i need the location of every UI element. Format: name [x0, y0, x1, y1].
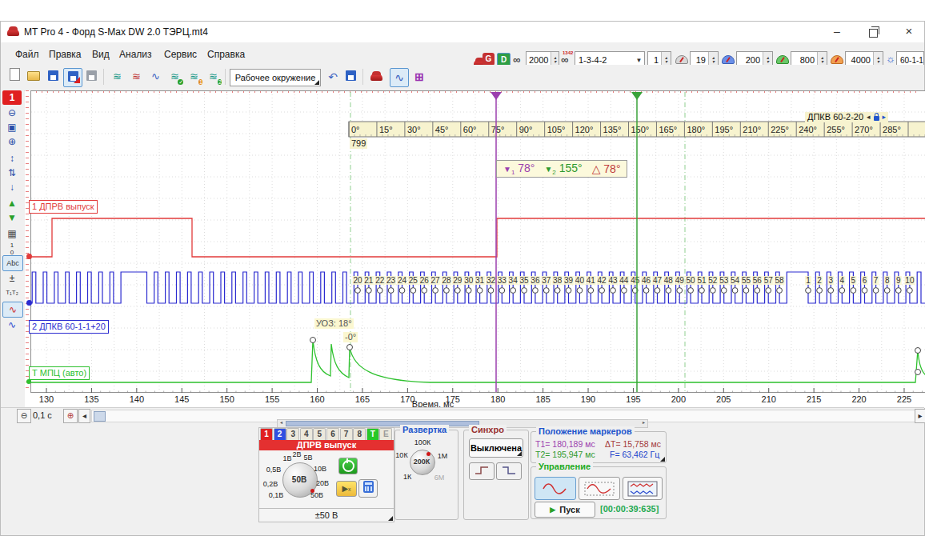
- frame-mode-button[interactable]: [579, 477, 620, 500]
- lock-icon[interactable]: [874, 116, 879, 121]
- tooth-number: 2: [817, 276, 822, 285]
- new-document-icon: [10, 68, 20, 81]
- math-button[interactable]: ±: [2, 271, 22, 286]
- x-axis-label: 215: [807, 394, 821, 404]
- undo-button[interactable]: ↶: [324, 68, 342, 86]
- panel-scroll-right-icon[interactable]: ▸: [640, 420, 647, 426]
- tooth-marker-icon: [499, 288, 505, 294]
- ruler-next-icon[interactable]: ▸: [883, 112, 887, 122]
- zoom-window-button[interactable]: ▣: [2, 120, 22, 134]
- ruler-prev-icon[interactable]: ◂: [867, 112, 871, 122]
- scope-plot[interactable]: 0°15°30°45°60°75°90°105°120°135°150°165°…: [25, 90, 925, 408]
- open-file-button[interactable]: [25, 68, 42, 86]
- tooth-number: 41: [587, 276, 596, 285]
- channel-tab-4[interactable]: 4: [300, 428, 313, 440]
- panel-scroll-left-icon[interactable]: ◂: [278, 420, 285, 426]
- tooth-number: 40: [575, 276, 585, 285]
- logic-levels-button[interactable]: 10: [2, 241, 22, 256]
- new-file-button[interactable]: [6, 68, 23, 86]
- waveform-check-icon[interactable]: ≋✓: [166, 68, 183, 86]
- workspace-combo[interactable]: Рабочее окружение: [230, 69, 321, 86]
- waveform-one-icon[interactable]: ≋1: [185, 68, 202, 86]
- rising-edge-button[interactable]: [469, 462, 495, 480]
- scope-canvas[interactable]: 0°15°30°45°60°75°90°105°120°135°150°165°…: [30, 90, 925, 408]
- panel-scroll-thumb[interactable]: [286, 421, 479, 426]
- ruler-degree-label: 180°: [687, 125, 705, 134]
- falling-edge-button[interactable]: [496, 462, 522, 480]
- channel-tab-3[interactable]: 3: [286, 428, 299, 440]
- waveform-overlay-icon[interactable]: ∿: [146, 68, 164, 86]
- scope-mode-button[interactable]: [535, 477, 576, 500]
- restore-button[interactable]: [861, 23, 885, 39]
- channel2-label[interactable]: 2 ДПКВ 60-1-1+20: [29, 320, 109, 334]
- channel3-label[interactable]: Т МПЦ (авто): [29, 366, 90, 380]
- channel2-zero-marker[interactable]: [26, 300, 32, 306]
- channel-down-button[interactable]: ▼: [2, 210, 22, 225]
- blue-trace-button[interactable]: ∿: [2, 318, 22, 332]
- grid-settings-button[interactable]: ▦: [2, 226, 22, 241]
- move-down-button[interactable]: ↓: [2, 180, 22, 194]
- x-axis-label: 205: [716, 394, 731, 404]
- tooth-marker-icon: [699, 288, 705, 294]
- scroll-thumb[interactable]: [94, 411, 106, 422]
- calculator-button[interactable]: [358, 479, 378, 498]
- knob-scale-label: 0,2В: [263, 480, 278, 488]
- channel-tab-7[interactable]: 7: [340, 428, 353, 440]
- waveform-view-2-icon[interactable]: ≋: [127, 68, 145, 86]
- channel1-label[interactable]: 1 ДПРВ выпуск: [29, 200, 98, 214]
- save-copy-button[interactable]: [82, 68, 100, 86]
- knob-scale-label: 2В: [292, 450, 301, 458]
- scroll-right-button[interactable]: ▸: [915, 409, 925, 423]
- gear-icon[interactable]: ☼: [886, 53, 895, 65]
- start-button[interactable]: ▶Пуск: [535, 502, 595, 518]
- waveform-view-1-icon[interactable]: ≋: [108, 68, 126, 86]
- scroll-left-button[interactable]: ◂: [78, 409, 90, 423]
- quick-save-button[interactable]: [63, 68, 82, 87]
- labels-toggle-button[interactable]: Abc: [2, 255, 23, 271]
- zoom-out-button[interactable]: ⊖: [2, 106, 22, 120]
- channel-tab-6[interactable]: 6: [326, 428, 339, 440]
- trace-channel1[interactable]: [30, 218, 925, 257]
- trace-channel3[interactable]: [30, 340, 925, 382]
- split-view-button[interactable]: ⊞: [410, 68, 428, 86]
- zoom-in-button[interactable]: ⊕: [2, 134, 22, 149]
- channel-tab-8[interactable]: 8: [353, 428, 366, 440]
- red-trace-button[interactable]: ∿: [2, 302, 23, 318]
- probe-divider-button[interactable]: ▶x: [336, 481, 357, 497]
- scale-plus-button[interactable]: ⊕: [63, 409, 78, 423]
- voltage-range[interactable]: ±50 В: [259, 508, 394, 522]
- rpm-view-icon[interactable]: ∞: [513, 54, 520, 66]
- firing-order-icon[interactable]: ∞1342: [561, 54, 568, 66]
- gasoline-mode-icon[interactable]: G: [483, 53, 495, 66]
- tooth-marker-icon: [666, 288, 671, 294]
- tooth-number: 31: [475, 276, 485, 285]
- scale-minus-button[interactable]: ⊖: [17, 409, 31, 423]
- channel-power-button[interactable]: [338, 458, 358, 474]
- tooth-marker-icon: [777, 288, 783, 294]
- channel-tab-5[interactable]: 5: [313, 428, 326, 440]
- chevron-down-icon: ▼: [634, 57, 644, 64]
- channel1-zero-marker[interactable]: [26, 254, 32, 259]
- waveform-two-icon[interactable]: ≋2: [204, 68, 222, 86]
- minimize-button[interactable]: –: [825, 23, 849, 39]
- swap-channels-button[interactable]: ⇅: [2, 166, 22, 180]
- falling-edge-icon: [501, 466, 517, 475]
- close-button[interactable]: ×: [897, 23, 921, 39]
- save-button[interactable]: [44, 68, 62, 86]
- tooth-marker-icon: [611, 288, 616, 294]
- save-view-button[interactable]: [342, 68, 359, 86]
- car-report-button[interactable]: [367, 68, 385, 86]
- channel-tab-1[interactable]: 1: [260, 428, 273, 440]
- channel-tab-T[interactable]: T: [366, 428, 379, 440]
- expand-vertical-button[interactable]: ↕: [2, 151, 22, 166]
- dt-value: ΔT= 15,758 мс: [605, 439, 661, 449]
- ruler-title[interactable]: ДПКВ 60-2-20 ◂ ▸: [805, 112, 888, 122]
- channel-tab-2[interactable]: 2: [274, 428, 286, 440]
- oscilloscope-mode-button[interactable]: ∿: [390, 68, 409, 87]
- tooth-marker-icon: [732, 288, 738, 294]
- recorder-mode-button[interactable]: [623, 477, 663, 500]
- channel-up-button[interactable]: ▲: [2, 196, 22, 210]
- markers-button[interactable]: T₁T₂: [2, 286, 22, 300]
- sync-mode-button[interactable]: Выключена: [469, 438, 523, 458]
- channel-tab-E[interactable]: E: [379, 428, 392, 440]
